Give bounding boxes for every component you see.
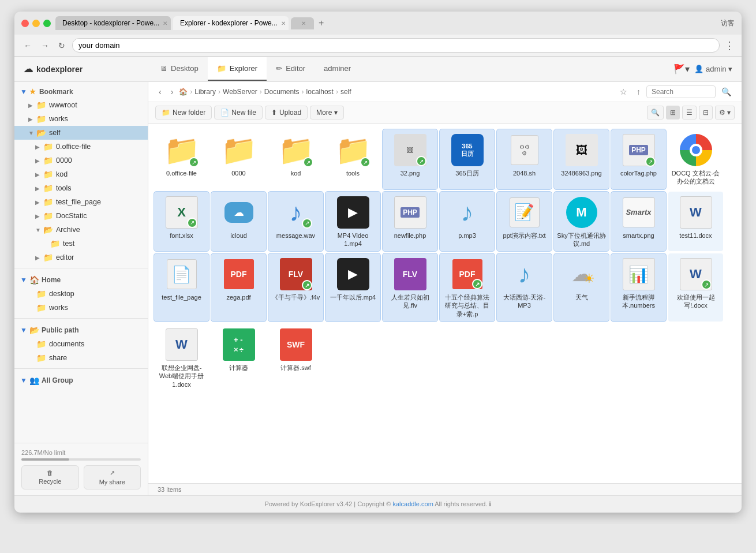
file-item[interactable]: M Sky下位机通讯协议.md	[554, 192, 609, 252]
file-item[interactable]: PHP newfile.php	[383, 192, 437, 252]
address-input[interactable]	[72, 38, 720, 53]
myshare-button[interactable]: ↗ My share	[84, 465, 141, 490]
sidebar-test-file-page[interactable]: ▶ 📁 test_file_page	[14, 195, 148, 209]
nav-editor-label: Editor	[286, 64, 305, 73]
tab-explorer[interactable]: Explorer - kodexplorer - Powe... ✕	[173, 16, 289, 30]
file-item[interactable]: ♪ 大话西游-天浴-MP3	[497, 253, 552, 322]
sidebar-home-desktop[interactable]: ▶ 📁 desktop	[14, 287, 148, 301]
file-item[interactable]: PHP ↗ colorTag.php	[611, 129, 666, 189]
sort-button[interactable]: ⚙ ▾	[715, 106, 735, 119]
file-item[interactable]: W ↗ 欢迎使用一起写!.docx	[668, 253, 723, 322]
allgroup-group[interactable]: ▼ 👥 All Group	[14, 372, 148, 387]
breadcrumb-self[interactable]: self	[340, 88, 351, 96]
breadcrumb-up[interactable]: ↑	[633, 85, 644, 98]
sidebar-kod[interactable]: ▶ 📁 kod	[14, 167, 148, 181]
file-item[interactable]: ♪ p.mp3	[440, 192, 495, 252]
file-item[interactable]: 📄 test_file_page	[154, 253, 209, 322]
forward-button[interactable]: →	[39, 40, 51, 51]
file-item[interactable]: X ↗ font.xlsx	[154, 192, 209, 252]
sidebar-self[interactable]: ▼ 📂 self	[14, 126, 148, 140]
nav-desktop[interactable]: 🖥 Desktop	[151, 57, 208, 81]
file-item[interactable]: W 联想企业网盘-Web端使用手册1.docx	[154, 324, 209, 392]
sidebar-0000[interactable]: ▶ 📁 0000	[14, 154, 148, 167]
traffic-lights[interactable]	[21, 20, 51, 27]
file-item[interactable]: 📁 ↗ 0.office-file	[154, 129, 209, 189]
grid-view-button[interactable]: ⊞	[666, 106, 680, 119]
file-search-button[interactable]: 🔍	[718, 85, 735, 98]
tab-empty[interactable]: ✕	[291, 17, 314, 29]
file-item[interactable]: ☁ icloud	[211, 192, 266, 252]
breadcrumb-library[interactable]: Library	[194, 88, 216, 96]
sidebar-docstatic[interactable]: ▶ 📁 DocStatic	[14, 209, 148, 223]
breadcrumb-forward[interactable]: ›	[167, 86, 177, 98]
sidebar-wwwroot[interactable]: ▶ 📁 wwwroot	[14, 98, 148, 112]
sidebar-archive[interactable]: ▼ 📂 Archive	[14, 223, 148, 237]
breadcrumb-star[interactable]: ☆	[616, 85, 631, 98]
tab-close-empty[interactable]: ✕	[301, 20, 306, 27]
sidebar-home-works[interactable]: ▶ 📁 works	[14, 301, 148, 315]
file-item[interactable]: W test11.docx	[668, 192, 723, 252]
close-button[interactable]	[21, 20, 29, 27]
sidebar-office-file[interactable]: ▶ 📁 0.office-file	[14, 140, 148, 154]
footer-link[interactable]: kalcaddle.com	[392, 500, 433, 507]
nav-explorer[interactable]: 📁 Explorer	[208, 57, 267, 81]
sidebar-works-bookmark[interactable]: ▶ 📁 works	[14, 112, 148, 126]
file-item[interactable]: PDF zega.pdf	[211, 253, 266, 322]
file-item[interactable]: 🖼 32486963.png	[554, 129, 609, 189]
search-toolbar-button[interactable]: 🔍	[647, 106, 664, 119]
breadcrumb-home[interactable]: 🏠	[179, 88, 188, 96]
nav-editor[interactable]: ✏ Editor	[267, 57, 315, 81]
file-item[interactable]: 📁 0000	[211, 129, 266, 189]
new-file-button[interactable]: 📄 New file	[214, 106, 263, 119]
breadcrumb-webserver[interactable]: WebServer	[223, 88, 257, 96]
sidebar-tools[interactable]: ▶ 📁 tools	[14, 181, 148, 195]
file-item[interactable]: DOCQ 文档云-会办公的文档云	[668, 129, 723, 189]
home-group[interactable]: ▼ 🏠 Home	[14, 272, 148, 287]
publicpath-group[interactable]: ▼ 📂 Public path	[14, 322, 148, 337]
sidebar-editor[interactable]: ▶ 📁 editor	[14, 251, 148, 264]
file-item[interactable]: 📁 ↗ kod	[268, 129, 323, 189]
recycle-button[interactable]: 🗑 Recycle	[21, 465, 79, 490]
file-item[interactable]: 📁 ↗ tools	[325, 129, 380, 189]
bookmark-group[interactable]: ▼ ★ Bookmark	[14, 84, 148, 98]
sidebar-share[interactable]: ▶ 📁 share	[14, 351, 148, 365]
tab-desktop[interactable]: Desktop - kodexplorer - Powe... ✕	[55, 16, 171, 30]
file-item[interactable]: 365日历 365日历	[440, 129, 495, 189]
sidebar-test[interactable]: ▶ 📁 test	[14, 237, 148, 251]
file-item[interactable]: +- ×÷ 计算器	[211, 324, 266, 392]
file-item[interactable]: FLV 人生若只如初见.flv	[383, 253, 437, 322]
tab-close-desktop[interactable]: ✕	[163, 20, 167, 27]
list-view-button[interactable]: ☰	[682, 106, 697, 119]
breadcrumb-back[interactable]: ‹	[155, 86, 165, 98]
tab-close-explorer[interactable]: ✕	[281, 20, 286, 27]
detail-view-button[interactable]: ⊟	[699, 106, 713, 119]
file-item[interactable]: PDF ↗ 十五个经典算法研究与总结、目录+索.p	[440, 253, 495, 322]
file-item[interactable]: ▶ MP4 Video 1.mp4	[325, 192, 380, 252]
file-item[interactable]: ♪ ↗ message.wav	[268, 192, 323, 252]
nav-adminer[interactable]: adminer	[315, 57, 360, 81]
file-item[interactable]: 📝 ppt演示内容.txt	[497, 192, 552, 252]
file-item[interactable]: FLV ↗ 《干与千寻》.f4v	[268, 253, 323, 322]
user-label[interactable]: 👤 admin ▾	[694, 65, 732, 73]
file-item[interactable]: SWF 计算器.swf	[268, 324, 323, 392]
more-button[interactable]: More ▾	[310, 106, 344, 119]
file-item[interactable]: ⚙⚙ ⚙ 2048.sh	[497, 129, 552, 189]
upload-button[interactable]: ⬆ Upload	[265, 106, 308, 119]
file-item[interactable]: ☁ ☀ 天气	[554, 253, 609, 322]
breadcrumb-documents[interactable]: Documents	[264, 88, 300, 96]
breadcrumb-localhost[interactable]: localhost	[306, 88, 334, 96]
flag-icon[interactable]: 🚩▾	[673, 63, 690, 74]
file-search-input[interactable]	[646, 85, 716, 98]
new-folder-button[interactable]: 📁 New folder	[155, 106, 212, 119]
file-item[interactable]: Smartx smartx.png	[611, 192, 666, 252]
minimize-button[interactable]	[32, 20, 40, 27]
new-tab-button[interactable]: +	[316, 18, 326, 28]
file-item[interactable]: 🖼 ↗ 32.png	[383, 129, 437, 189]
sidebar-documents[interactable]: ▶ 📁 documents	[14, 337, 148, 351]
back-button[interactable]: ←	[21, 40, 34, 51]
file-item[interactable]: 📊 新手流程脚本.numbers	[611, 253, 666, 322]
browser-more-button[interactable]: ⋮	[724, 39, 735, 52]
refresh-button[interactable]: ↻	[56, 40, 68, 51]
maximize-button[interactable]	[43, 20, 51, 27]
file-item[interactable]: ▶ 一千年以后.mp4	[325, 253, 380, 322]
